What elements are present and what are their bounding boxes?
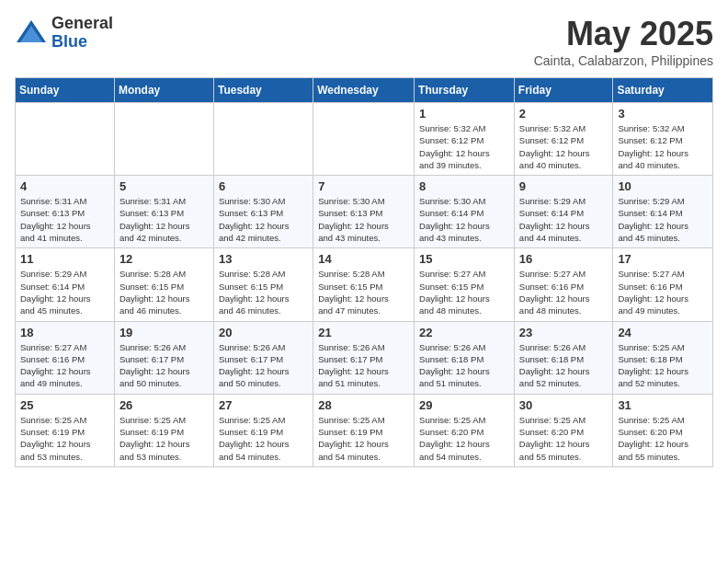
day-number: 3 — [618, 107, 708, 121]
day-number: 27 — [219, 398, 308, 412]
weekday-header-saturday: Saturday — [613, 78, 713, 103]
day-number: 28 — [318, 398, 409, 412]
day-number: 16 — [519, 252, 609, 266]
calendar-cell: 8Sunrise: 5:30 AM Sunset: 6:14 PM Daylig… — [415, 176, 515, 248]
calendar-location: Cainta, Calabarzon, Philippines — [534, 53, 713, 68]
day-number: 20 — [219, 326, 308, 339]
day-info: Sunrise: 5:29 AM Sunset: 6:14 PM Dayligh… — [519, 195, 609, 244]
day-number: 10 — [618, 179, 708, 193]
day-number: 21 — [318, 326, 409, 339]
day-number: 8 — [419, 179, 509, 193]
day-info: Sunrise: 5:25 AM Sunset: 6:19 PM Dayligh… — [119, 414, 209, 463]
calendar-cell: 24Sunrise: 5:25 AM Sunset: 6:18 PM Dayli… — [613, 321, 713, 394]
day-number: 1 — [419, 107, 509, 121]
calendar-cell: 11Sunrise: 5:29 AM Sunset: 6:14 PM Dayli… — [16, 248, 115, 321]
weekday-header-monday: Monday — [114, 78, 213, 103]
day-info: Sunrise: 5:31 AM Sunset: 6:13 PM Dayligh… — [119, 195, 209, 244]
calendar-week-row: 1Sunrise: 5:32 AM Sunset: 6:12 PM Daylig… — [16, 103, 713, 176]
logo-icon — [15, 17, 48, 50]
calendar-cell: 13Sunrise: 5:28 AM Sunset: 6:15 PM Dayli… — [213, 248, 313, 321]
calendar-cell: 21Sunrise: 5:26 AM Sunset: 6:17 PM Dayli… — [313, 321, 415, 394]
calendar-cell: 6Sunrise: 5:30 AM Sunset: 6:13 PM Daylig… — [213, 176, 313, 248]
day-number: 9 — [519, 179, 609, 193]
day-info: Sunrise: 5:25 AM Sunset: 6:18 PM Dayligh… — [618, 341, 708, 390]
calendar-cell: 27Sunrise: 5:25 AM Sunset: 6:19 PM Dayli… — [213, 394, 313, 466]
day-info: Sunrise: 5:25 AM Sunset: 6:19 PM Dayligh… — [20, 414, 109, 463]
day-number: 13 — [219, 252, 308, 266]
calendar-cell: 1Sunrise: 5:32 AM Sunset: 6:12 PM Daylig… — [415, 103, 515, 176]
weekday-header-friday: Friday — [514, 78, 613, 103]
day-info: Sunrise: 5:25 AM Sunset: 6:20 PM Dayligh… — [519, 414, 609, 463]
day-info: Sunrise: 5:28 AM Sunset: 6:15 PM Dayligh… — [219, 268, 308, 316]
day-number: 5 — [119, 179, 209, 193]
logo-blue: Blue — [51, 33, 113, 52]
day-info: Sunrise: 5:27 AM Sunset: 6:16 PM Dayligh… — [519, 268, 609, 316]
weekday-header-wednesday: Wednesday — [313, 78, 415, 103]
calendar-cell: 30Sunrise: 5:25 AM Sunset: 6:20 PM Dayli… — [514, 394, 613, 466]
day-info: Sunrise: 5:30 AM Sunset: 6:13 PM Dayligh… — [318, 195, 409, 244]
page-header: General Blue May 2025 Cainta, Calabarzon… — [15, 15, 713, 68]
day-number: 24 — [618, 326, 708, 339]
day-number: 4 — [20, 179, 109, 193]
day-number: 30 — [519, 398, 609, 412]
calendar-week-row: 11Sunrise: 5:29 AM Sunset: 6:14 PM Dayli… — [16, 248, 713, 321]
day-info: Sunrise: 5:32 AM Sunset: 6:12 PM Dayligh… — [618, 122, 708, 171]
calendar-week-row: 18Sunrise: 5:27 AM Sunset: 6:16 PM Dayli… — [16, 321, 713, 394]
logo-general: General — [51, 15, 113, 33]
calendar-cell: 26Sunrise: 5:25 AM Sunset: 6:19 PM Dayli… — [114, 394, 213, 466]
title-block: May 2025 Cainta, Calabarzon, Philippines — [534, 15, 713, 68]
day-info: Sunrise: 5:25 AM Sunset: 6:20 PM Dayligh… — [618, 414, 708, 463]
calendar-cell: 7Sunrise: 5:30 AM Sunset: 6:13 PM Daylig… — [313, 176, 415, 248]
day-info: Sunrise: 5:30 AM Sunset: 6:13 PM Dayligh… — [219, 195, 308, 244]
day-number: 25 — [20, 398, 109, 412]
day-info: Sunrise: 5:28 AM Sunset: 6:15 PM Dayligh… — [318, 268, 409, 316]
day-info: Sunrise: 5:31 AM Sunset: 6:13 PM Dayligh… — [20, 195, 109, 244]
calendar-cell: 4Sunrise: 5:31 AM Sunset: 6:13 PM Daylig… — [16, 176, 115, 248]
day-info: Sunrise: 5:32 AM Sunset: 6:12 PM Dayligh… — [419, 122, 509, 171]
calendar-cell — [114, 103, 213, 176]
calendar-cell: 5Sunrise: 5:31 AM Sunset: 6:13 PM Daylig… — [114, 176, 213, 248]
calendar-cell: 18Sunrise: 5:27 AM Sunset: 6:16 PM Dayli… — [16, 321, 115, 394]
day-info: Sunrise: 5:26 AM Sunset: 6:17 PM Dayligh… — [318, 341, 409, 390]
calendar-title: May 2025 — [534, 15, 713, 53]
weekday-header-thursday: Thursday — [415, 78, 515, 103]
day-info: Sunrise: 5:27 AM Sunset: 6:15 PM Dayligh… — [419, 268, 509, 316]
calendar-cell: 3Sunrise: 5:32 AM Sunset: 6:12 PM Daylig… — [613, 103, 713, 176]
weekday-header-row: SundayMondayTuesdayWednesdayThursdayFrid… — [16, 78, 713, 103]
day-number: 19 — [119, 326, 209, 339]
day-info: Sunrise: 5:26 AM Sunset: 6:17 PM Dayligh… — [219, 341, 308, 390]
calendar-week-row: 25Sunrise: 5:25 AM Sunset: 6:19 PM Dayli… — [16, 394, 713, 466]
day-number: 23 — [519, 326, 609, 339]
day-info: Sunrise: 5:27 AM Sunset: 6:16 PM Dayligh… — [618, 268, 708, 316]
day-info: Sunrise: 5:27 AM Sunset: 6:16 PM Dayligh… — [20, 341, 109, 390]
day-number: 31 — [618, 398, 708, 412]
calendar-cell: 14Sunrise: 5:28 AM Sunset: 6:15 PM Dayli… — [313, 248, 415, 321]
calendar-cell: 22Sunrise: 5:26 AM Sunset: 6:18 PM Dayli… — [415, 321, 515, 394]
calendar-cell: 29Sunrise: 5:25 AM Sunset: 6:20 PM Dayli… — [415, 394, 515, 466]
calendar-cell — [213, 103, 313, 176]
day-info: Sunrise: 5:25 AM Sunset: 6:19 PM Dayligh… — [219, 414, 308, 463]
calendar-cell: 9Sunrise: 5:29 AM Sunset: 6:14 PM Daylig… — [514, 176, 613, 248]
day-info: Sunrise: 5:25 AM Sunset: 6:19 PM Dayligh… — [318, 414, 409, 463]
day-info: Sunrise: 5:32 AM Sunset: 6:12 PM Dayligh… — [519, 122, 609, 171]
calendar-week-row: 4Sunrise: 5:31 AM Sunset: 6:13 PM Daylig… — [16, 176, 713, 248]
day-number: 11 — [20, 252, 109, 266]
calendar-cell — [313, 103, 415, 176]
calendar-cell: 31Sunrise: 5:25 AM Sunset: 6:20 PM Dayli… — [613, 394, 713, 466]
calendar-cell — [16, 103, 115, 176]
calendar-cell: 10Sunrise: 5:29 AM Sunset: 6:14 PM Dayli… — [613, 176, 713, 248]
day-number: 22 — [419, 326, 509, 339]
day-info: Sunrise: 5:26 AM Sunset: 6:17 PM Dayligh… — [119, 341, 209, 390]
calendar-cell: 2Sunrise: 5:32 AM Sunset: 6:12 PM Daylig… — [514, 103, 613, 176]
day-number: 18 — [20, 326, 109, 339]
calendar-cell: 23Sunrise: 5:26 AM Sunset: 6:18 PM Dayli… — [514, 321, 613, 394]
calendar-cell: 17Sunrise: 5:27 AM Sunset: 6:16 PM Dayli… — [613, 248, 713, 321]
day-info: Sunrise: 5:25 AM Sunset: 6:20 PM Dayligh… — [419, 414, 509, 463]
day-info: Sunrise: 5:26 AM Sunset: 6:18 PM Dayligh… — [419, 341, 509, 390]
calendar-cell: 25Sunrise: 5:25 AM Sunset: 6:19 PM Dayli… — [16, 394, 115, 466]
calendar-cell: 19Sunrise: 5:26 AM Sunset: 6:17 PM Dayli… — [114, 321, 213, 394]
day-number: 14 — [318, 252, 409, 266]
weekday-header-tuesday: Tuesday — [213, 78, 313, 103]
day-info: Sunrise: 5:26 AM Sunset: 6:18 PM Dayligh… — [519, 341, 609, 390]
calendar-cell: 16Sunrise: 5:27 AM Sunset: 6:16 PM Dayli… — [514, 248, 613, 321]
